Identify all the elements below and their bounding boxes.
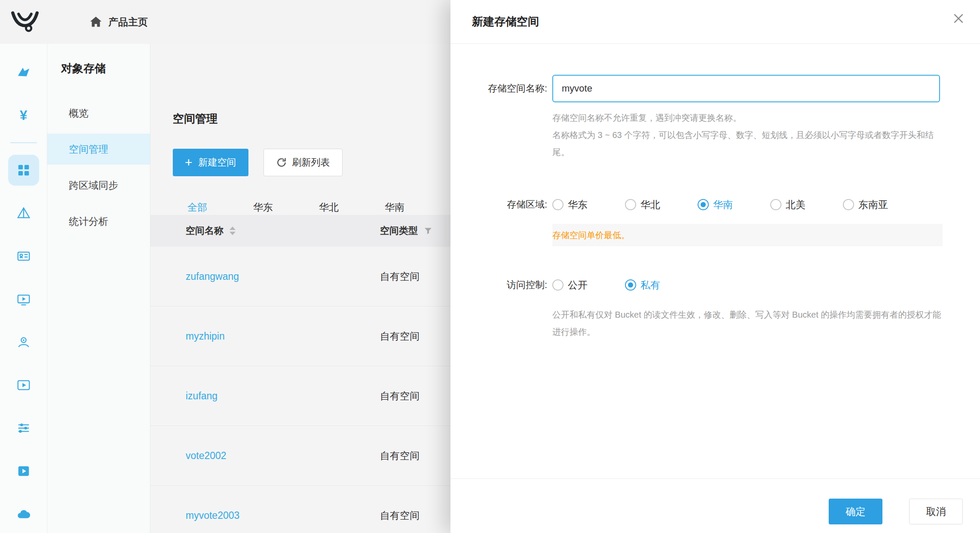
new-space-button[interactable]: + 新建空间	[173, 149, 248, 176]
confirm-button[interactable]: 确定	[829, 499, 882, 524]
sidebar-title: 对象存储	[47, 61, 150, 76]
filter-icon[interactable]	[424, 227, 432, 235]
access-option-label: 私有	[640, 279, 660, 292]
access-control-help: 公开和私有仅对 Bucket 的读文件生效，修改、删除、写入等对 Bucket …	[552, 306, 944, 340]
radio-icon	[625, 279, 636, 291]
region-option-north-china[interactable]: 华北	[625, 198, 660, 211]
bucket-type: 自有空间	[380, 509, 420, 522]
region-row: 存储区域: 华东 华北 华南 北美 东南亚	[450, 193, 925, 216]
cancel-button[interactable]: 取消	[909, 499, 963, 524]
tv-icon[interactable]	[0, 278, 47, 321]
drawer-footer: 确定 取消	[450, 478, 980, 533]
col-header-space-name: 空间名称	[186, 224, 224, 237]
radio-icon	[770, 199, 781, 210]
sidebar-item-cross-region-sync[interactable]: 跨区域同步	[47, 170, 150, 201]
bucket-name-input[interactable]	[552, 75, 940, 102]
radio-icon	[552, 199, 564, 210]
prism-icon[interactable]	[0, 192, 47, 235]
region-option-label: 东南亚	[858, 198, 888, 211]
col-header-space-type: 空间类型	[380, 224, 418, 237]
sidebar-item-statistics[interactable]: 统计分析	[47, 206, 150, 237]
plus-icon: +	[185, 156, 193, 169]
bucket-type: 自有空间	[380, 449, 420, 463]
bucket-name-label: 存储空间名称:	[450, 75, 547, 102]
access-option-private[interactable]: 私有	[625, 279, 660, 292]
media-player-icon[interactable]	[0, 450, 47, 493]
page-title: 空间管理	[173, 111, 217, 126]
radio-icon	[698, 199, 709, 210]
new-bucket-drawer: 新建存储空间 存储空间名称: 存储空间名称不允许重复，遇到冲突请更换名称。 名称…	[450, 0, 980, 533]
region-option-label: 华东	[568, 198, 588, 211]
region-option-south-china[interactable]: 华南	[698, 198, 733, 211]
radio-icon	[552, 279, 564, 291]
bucket-name-link[interactable]: myvote2003	[186, 510, 239, 521]
product-home-label: 产品主页	[108, 15, 148, 29]
webcam-icon[interactable]	[0, 321, 47, 364]
access-control-label: 访问控制:	[450, 274, 547, 296]
refresh-list-button-label: 刷新列表	[292, 156, 330, 169]
region-option-east-china[interactable]: 华东	[552, 198, 588, 211]
region-option-north-america[interactable]: 北美	[770, 198, 805, 211]
video-play-icon[interactable]	[0, 364, 47, 407]
region-options: 华东 华北 华南 北美 东南亚	[552, 198, 925, 211]
bucket-type: 自有空间	[380, 270, 420, 283]
object-storage-sidebar: 对象存储 概览 空间管理 跨区域同步 统计分析	[47, 44, 150, 533]
close-icon[interactable]	[952, 12, 965, 25]
access-options: 公开 私有	[552, 279, 698, 292]
bucket-name-help-line1: 存储空间名称不允许重复，遇到冲突请更换名称。	[552, 109, 943, 126]
toolbar: + 新建空间 刷新列表	[173, 149, 343, 176]
region-option-label: 北美	[786, 198, 805, 211]
sidebar-item-overview[interactable]: 概览	[47, 98, 150, 129]
region-option-label: 华南	[713, 198, 733, 211]
bucket-name-link[interactable]: myzhipin	[186, 331, 225, 342]
home-icon	[89, 15, 102, 28]
equalizer-icon[interactable]	[0, 407, 47, 450]
yen-icon[interactable]: ¥	[0, 94, 47, 137]
access-control-row: 访问控制: 公开 私有	[450, 274, 698, 296]
sort-icon[interactable]	[230, 227, 236, 235]
bucket-name-link[interactable]: zufangwang	[186, 271, 239, 282]
access-option-label: 公开	[568, 279, 588, 292]
region-option-southeast-asia[interactable]: 东南亚	[843, 198, 888, 211]
bucket-name-help: 存储空间名称不允许重复，遇到冲突请更换名称。 名称格式为 3 ~ 63 个字符，…	[552, 109, 943, 161]
bucket-name-link[interactable]: vote2002	[186, 450, 227, 462]
region-label: 存储区域:	[450, 193, 547, 216]
new-space-button-label: 新建空间	[199, 156, 236, 169]
bucket-type: 自有空间	[380, 389, 420, 403]
rail-divider	[10, 142, 37, 143]
product-home-link[interactable]: 产品主页	[89, 15, 148, 29]
bucket-name-help-line2: 名称格式为 3 ~ 63 个字符，可以包含小写字母、数字、短划线，且必须以小写字…	[552, 126, 943, 161]
region-option-label: 华北	[640, 198, 660, 211]
bucket-name-link[interactable]: izufang	[186, 390, 217, 402]
id-card-icon[interactable]	[0, 235, 47, 278]
qiniu-logo-icon[interactable]	[11, 11, 39, 33]
refresh-icon	[276, 157, 292, 168]
bird-icon[interactable]	[0, 51, 47, 94]
product-rail: ¥	[0, 44, 47, 533]
drawer-header: 新建存储空间	[450, 0, 980, 44]
radio-icon	[625, 199, 636, 210]
sidebar-item-space-management[interactable]: 空间管理	[47, 134, 150, 165]
bucket-type: 自有空间	[380, 330, 420, 343]
bucket-name-row: 存储空间名称:	[450, 75, 940, 102]
refresh-list-button[interactable]: 刷新列表	[263, 149, 343, 176]
cloud-icon[interactable]	[0, 493, 47, 533]
radio-icon	[843, 199, 854, 210]
drawer-title: 新建存储空间	[472, 14, 539, 29]
region-price-note: 存储空间单价最低。	[552, 224, 943, 246]
access-option-public[interactable]: 公开	[552, 279, 588, 292]
grid-icon[interactable]	[0, 149, 47, 192]
